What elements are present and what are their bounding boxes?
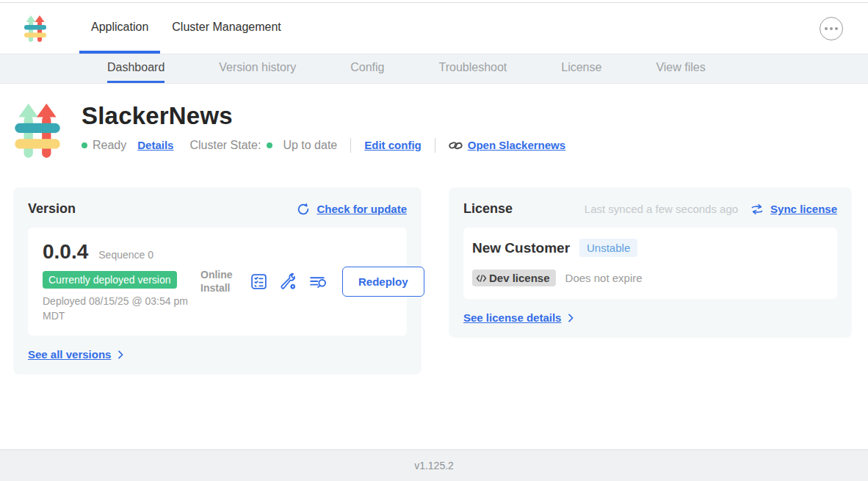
divider <box>350 138 351 153</box>
footer: v1.125.2 <box>0 449 868 481</box>
see-all-versions[interactable]: See all versions <box>28 348 407 361</box>
cluster-state-value: Up to date <box>283 139 337 152</box>
license-type-badge-label: Dev license <box>489 272 550 284</box>
sync-icon <box>750 203 764 216</box>
edit-config-link[interactable]: Edit config <box>364 139 422 151</box>
subnav-tab-troubleshoot-label: Troubleshoot <box>438 61 507 74</box>
sequence-label: Sequence 0 <box>98 249 153 261</box>
expiration-text: Does not expire <box>565 272 643 284</box>
subnav-tab-view-files[interactable]: View files <box>656 54 705 83</box>
edit-config-button[interactable] <box>279 272 297 291</box>
license-card-title: License <box>463 201 513 217</box>
app-header: SlackerNews Ready Details Cluster State:… <box>13 101 852 161</box>
tab-cluster-management[interactable]: Cluster Management <box>160 3 293 54</box>
redeploy-button[interactable]: Redeploy <box>342 267 424 297</box>
chevron-right-icon <box>565 312 576 324</box>
cluster-state-label: Cluster State: <box>189 139 261 152</box>
subnav-tab-dashboard[interactable]: Dashboard <box>107 54 164 83</box>
channel-badge: Unstable <box>579 239 637 257</box>
version-number: 0.0.4 <box>43 240 88 264</box>
details-link[interactable]: Details <box>137 139 173 151</box>
license-panel: New Customer Unstable Dev license Does n… <box>463 228 837 299</box>
subnav-tab-dashboard-label: Dashboard <box>107 61 164 74</box>
ellipsis-icon <box>825 27 838 30</box>
last-synced-text: Last synced a few seconds ago <box>585 203 738 215</box>
subnav-tab-license[interactable]: License <box>561 54 601 83</box>
check-for-update-link[interactable]: Check for update <box>317 203 407 215</box>
app-status-text: Ready <box>93 139 126 152</box>
subnav-tab-config-label: Config <box>350 61 384 74</box>
chevron-right-icon <box>115 349 126 361</box>
app-subnav: Dashboard Version history Config Trouble… <box>0 54 868 84</box>
deployed-timestamp: Deployed 08/15/25 @ 03:54 pm MDT <box>43 294 200 323</box>
check-for-update[interactable]: Check for update <box>296 202 407 217</box>
brand <box>23 3 47 54</box>
app-status-dot <box>82 142 87 148</box>
tab-application-label: Application <box>91 21 148 34</box>
main-content: SlackerNews Ready Details Cluster State:… <box>0 84 868 375</box>
current-version-panel: 0.0.4 Sequence 0 Currently deployed vers… <box>28 228 407 336</box>
code-icon <box>476 274 487 283</box>
install-type-label: Online Install <box>200 269 239 294</box>
open-app-link-wrap[interactable]: Open Slackernews <box>449 139 565 151</box>
cluster-state-dot <box>267 142 272 148</box>
app-status-row: Ready Details Cluster State: Up to date … <box>82 138 565 153</box>
subnav-tab-troubleshoot[interactable]: Troubleshoot <box>438 54 507 83</box>
dashboard-cards: Version Check for update 0.0.4 Sequence … <box>13 187 852 375</box>
subnav-tab-view-files-label: View files <box>656 61 705 74</box>
currently-deployed-badge: Currently deployed version <box>43 271 177 289</box>
see-license-details[interactable]: See license details <box>463 311 837 324</box>
sync-license-link[interactable]: Sync license <box>770 203 837 215</box>
tab-application[interactable]: Application <box>79 3 160 54</box>
main-header: Application Cluster Management <box>0 3 868 54</box>
main-tabs: Application Cluster Management <box>79 3 293 54</box>
license-type-badge: Dev license <box>472 270 556 286</box>
license-card: License Last synced a few seconds ago Sy… <box>449 187 852 338</box>
see-all-versions-link[interactable]: See all versions <box>28 348 111 361</box>
tab-cluster-management-label: Cluster Management <box>172 21 281 34</box>
refresh-icon <box>296 202 311 217</box>
console-version: v1.125.2 <box>414 460 454 471</box>
subnav-tab-license-label: License <box>561 61 601 74</box>
more-menu-button[interactable] <box>820 17 843 40</box>
preflight-checks-icon <box>250 272 268 291</box>
preflight-checks-button[interactable] <box>250 272 268 291</box>
slackernews-logo-icon <box>23 14 47 43</box>
app-icon <box>13 101 62 161</box>
wrench-gear-icon <box>279 272 297 291</box>
chain-link-icon <box>449 140 463 151</box>
page-title: SlackerNews <box>82 102 565 130</box>
divider <box>435 138 435 153</box>
version-card-title: Version <box>28 201 76 217</box>
subnav-tab-config[interactable]: Config <box>350 54 384 83</box>
logs-search-icon <box>308 272 328 291</box>
view-deploy-logs-button[interactable] <box>308 272 328 291</box>
subnav-tab-version-history-label: Version history <box>219 61 296 74</box>
see-license-details-link[interactable]: See license details <box>463 311 561 324</box>
subnav-tab-version-history[interactable]: Version history <box>219 54 296 83</box>
version-card: Version Check for update 0.0.4 Sequence … <box>13 187 422 375</box>
open-app-link[interactable]: Open Slackernews <box>468 139 565 151</box>
customer-name: New Customer <box>472 240 570 256</box>
